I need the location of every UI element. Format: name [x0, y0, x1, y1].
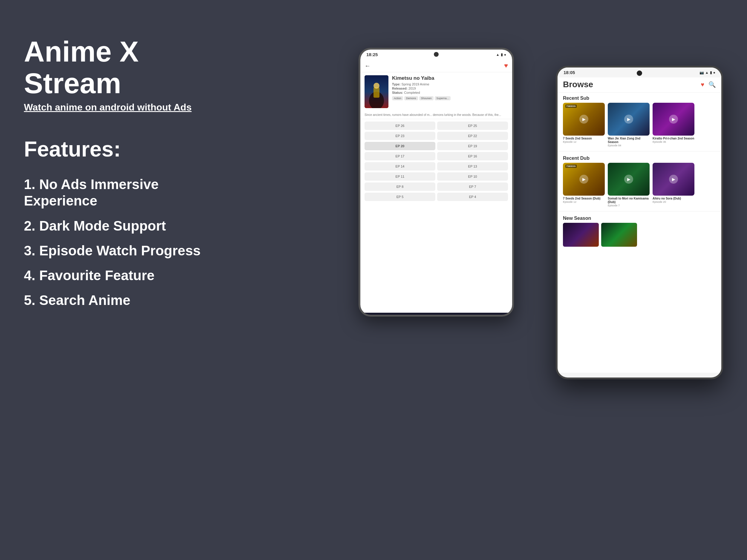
header-icons: ♥ 🔍	[701, 81, 716, 88]
dub-thumb-1: 7SEEDS ▶	[563, 163, 605, 196]
divider-1	[558, 151, 721, 152]
anime-tags: Action Demons Shounen Superna...	[392, 96, 508, 100]
feature-text-3: Episode Watch Progress	[39, 243, 201, 258]
app-subtitle: Watch anime on android without Ads	[24, 102, 233, 113]
dub-anime-ep-3: Episode 20	[652, 201, 694, 204]
sub-anime-card-2[interactable]: ▶ Wan Jie Xian Zong 2nd Season Episode 8…	[608, 103, 650, 147]
sub-anime-title-2: Wan Jie Xian Zong 2nd Season	[608, 137, 650, 144]
browse-content: Recent Sub 7SEEDS ▶ 7 Seeds 2nd Season E…	[558, 92, 721, 373]
ep-14[interactable]: EP 14	[364, 162, 435, 170]
dub-anime-title-2: Somali to Mori no Kamisama (Dub)	[608, 197, 650, 204]
sub-anime-ep-2: Episode 84	[608, 144, 650, 147]
features-heading: Features:	[24, 137, 233, 161]
ep-26[interactable]: EP 26	[364, 122, 435, 130]
detail-header: ← ♥	[360, 59, 512, 72]
play-btn-4: ▶	[579, 175, 588, 184]
feature-item-1: 1. No Ads Immersive Experience	[24, 176, 233, 209]
dub-anime-card-3[interactable]: ▶ Ahiru no Sora (Dub) Episode 20	[652, 163, 694, 207]
feature-number-2: 2.	[24, 218, 35, 234]
episodes-grid: EP 26 EP 25 EP 23 EP 22 EP 20 EP 19 EP 1…	[360, 119, 512, 204]
front-phone-notch	[637, 71, 642, 76]
phone-front: 18:05 📷▲▮● Browse ♥ 🔍 Recent Sub 7SEEDS …	[556, 66, 723, 379]
ep-5[interactable]: EP 5	[364, 193, 435, 201]
dub-anime-title-3: Ahiru no Sora (Dub)	[652, 197, 694, 201]
ep-11[interactable]: EP 11	[364, 172, 435, 181]
sub-thumb-2: ▶	[608, 103, 650, 136]
feature-list: 1. No Ads Immersive Experience 2. Dark M…	[24, 176, 233, 309]
tag-demons: Demons	[404, 96, 418, 100]
anime-poster	[364, 75, 388, 108]
feature-item-4: 4. Favourite Feature	[24, 267, 233, 284]
back-arrow-icon[interactable]: ←	[364, 62, 370, 69]
tag-shounen: Shounen	[419, 96, 434, 100]
ep-19[interactable]: EP 19	[437, 142, 508, 150]
feature-number-5: 5.	[24, 292, 35, 308]
ep-4[interactable]: EP 4	[437, 193, 508, 201]
anime-title-detail: Kimetsu no Yaiba	[392, 75, 508, 81]
anime-status-row: Status: Completed	[392, 91, 508, 95]
phone-back: 18:25 ▲▮● ← ♥	[359, 48, 514, 317]
dub-thumb-3: ▶	[652, 163, 694, 196]
ep-22[interactable]: EP 22	[437, 132, 508, 140]
feature-text-2: Dark Mode Support	[39, 218, 166, 234]
dub-anime-ep-2: Episode 7	[608, 204, 650, 207]
favourite-heart-icon[interactable]: ♥	[504, 62, 508, 70]
feature-number-3: 3.	[24, 243, 35, 258]
recent-sub-title: Recent Sub	[558, 92, 721, 103]
sub-anime-title-3: Kiratto Pri☆chan 2nd Season	[652, 137, 694, 140]
favourite-icon[interactable]: ♥	[701, 81, 704, 88]
front-status-time: 18:05	[564, 70, 575, 75]
ep-16[interactable]: EP 16	[437, 152, 508, 160]
new-season-preview	[558, 223, 721, 247]
new-season-title: New Season	[558, 213, 721, 223]
dub-thumb-2: ▶	[608, 163, 650, 196]
ep-23[interactable]: EP 23	[364, 132, 435, 140]
play-btn-6: ▶	[669, 175, 678, 184]
feature-number-4: 4.	[24, 268, 35, 283]
feature-text-4: Favourite Feature	[39, 268, 154, 283]
play-btn-5: ▶	[624, 175, 633, 184]
front-status-icons: 📷▲▮●	[699, 71, 715, 75]
dub-anime-ep-1: Episode 12	[563, 201, 605, 204]
back-phone-notch	[434, 52, 439, 57]
left-section: Anime X Stream Watch anime on android wi…	[24, 36, 233, 317]
anime-type-row: Type: Spring 2019 Anime	[392, 82, 508, 86]
svg-point-3	[374, 83, 380, 89]
sub-anime-card-1[interactable]: 7SEEDS ▶ 7 Seeds 2nd Season Episode 12	[563, 103, 605, 147]
ep-7[interactable]: EP 7	[437, 183, 508, 191]
back-phone-content: ← ♥	[360, 59, 512, 313]
ep-8[interactable]: EP 8	[364, 183, 435, 191]
sub-anime-card-3[interactable]: ▶ Kiratto Pri☆chan 2nd Season Episode 36	[652, 103, 694, 147]
app-title: Anime X Stream	[24, 36, 233, 99]
ep-13[interactable]: EP 13	[437, 162, 508, 170]
dub-anime-title-1: 7 Seeds 2nd Season (Dub)	[563, 197, 605, 201]
new-season-thumb-2[interactable]	[601, 223, 637, 247]
feature-number-1: 1.	[24, 177, 35, 192]
sub-anime-ep-1: Episode 12	[563, 140, 605, 143]
phones-container: 18:25 ▲▮● ← ♥	[359, 30, 747, 523]
anime-info-section: Kimetsu no Yaiba Type: Spring 2019 Anime…	[360, 72, 512, 111]
feature-item-2: 2. Dark Mode Support	[24, 218, 233, 234]
play-btn-2: ▶	[624, 115, 633, 124]
browse-header: Browse ♥ 🔍	[558, 77, 721, 92]
ep-10[interactable]: EP 10	[437, 172, 508, 181]
ep-25[interactable]: EP 25	[437, 122, 508, 130]
new-season-thumb-1[interactable]	[563, 223, 599, 247]
recent-sub-row: 7SEEDS ▶ 7 Seeds 2nd Season Episode 12 ▶…	[558, 103, 721, 150]
ep-20[interactable]: EP 20	[364, 142, 435, 150]
feature-text-5: Search Anime	[39, 292, 130, 308]
ep-17[interactable]: EP 17	[364, 152, 435, 160]
back-status-icons: ▲▮●	[496, 53, 506, 57]
back-status-time: 18:25	[366, 52, 378, 57]
anime-meta: Kimetsu no Yaiba Type: Spring 2019 Anime…	[392, 75, 508, 108]
poster-art	[364, 75, 388, 108]
sub-thumb-1: 7SEEDS ▶	[563, 103, 605, 136]
dub-anime-card-1[interactable]: 7SEEDS ▶ 7 Seeds 2nd Season (Dub) Episod…	[563, 163, 605, 207]
dub-anime-card-2[interactable]: ▶ Somali to Mori no Kamisama (Dub) Episo…	[608, 163, 650, 207]
search-icon[interactable]: 🔍	[709, 81, 716, 88]
feature-item-5: 5. Search Anime	[24, 292, 233, 309]
sub-thumb-3: ▶	[652, 103, 694, 136]
recent-dub-title: Recent Dub	[558, 153, 721, 163]
svg-rect-2	[374, 87, 380, 98]
tag-superna: Superna...	[435, 96, 451, 100]
